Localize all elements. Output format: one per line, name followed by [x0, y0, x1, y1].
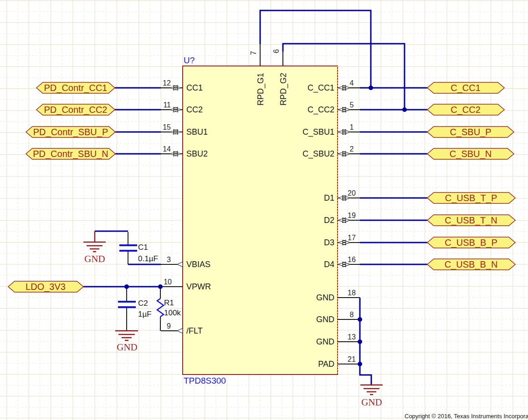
pin-number-label: 15: [163, 123, 171, 131]
port-label: C_USB_B_N: [445, 259, 498, 270]
port-flag-pd-contr-cc1: PD_Contr_CC1: [36, 82, 115, 93]
pin-number-label: 20: [348, 189, 356, 197]
port-label: PD_Contr_CC2: [44, 105, 108, 115]
port-flag-c-usb-t-p: C_USB_T_P: [427, 192, 515, 203]
pin-number-label: 2: [350, 145, 354, 153]
port-flag-c-cc1: C_CC1: [427, 82, 504, 93]
port-label: C_CC1: [451, 83, 481, 93]
junction-dot: [124, 284, 129, 289]
pin-name-label: SBU2: [186, 149, 208, 158]
port-flag-c-sbu-p: C_SBU_P: [427, 127, 514, 137]
pin-number-label: 21: [348, 355, 356, 363]
junction-dot: [358, 362, 362, 366]
ground-label: GND: [361, 397, 382, 408]
pin-name-label: /FLT: [186, 326, 203, 335]
pin-name-label: CC2: [186, 105, 203, 114]
component-designator: C2: [138, 299, 148, 308]
junction-dot: [358, 339, 362, 344]
schematic-canvas: U? TPD8S300 CC1 12 CC2 11 SBU1 15 SBU2 1…: [0, 0, 528, 420]
pin-name-label: GND: [316, 337, 334, 346]
pin-number-label: 19: [348, 212, 356, 219]
pin-name-label: VPWR: [186, 282, 211, 291]
copyright-notice: Copyright © 2016, Texas Instruments Inco…: [405, 413, 528, 420]
port-flag-c-usb-t-n: C_USB_T_N: [427, 215, 515, 226]
pin-number-label: 12: [163, 79, 171, 87]
pin-number-label: 7: [250, 51, 257, 55]
port-flag-c-usb-b-p: C_USB_B_P: [427, 237, 515, 248]
port-flag-c-cc2: C_CC2: [427, 104, 504, 115]
port-flag-c-usb-b-n: C_USB_B_N: [427, 259, 515, 270]
pin-name-label: C_SBU1: [302, 127, 334, 137]
pin-number-label: 4: [350, 79, 354, 87]
pin-name-label: GND: [316, 315, 334, 324]
pin-name-label: C_SBU2: [302, 149, 334, 159]
pin-number-label: 9: [167, 322, 171, 330]
pin-name-label: RPD_G2: [279, 73, 288, 106]
component-value: 0.1µF: [138, 254, 158, 263]
pin-number-label: 11: [163, 101, 171, 109]
port-label: C_USB_T_P: [445, 193, 497, 203]
pin-number-label: 14: [163, 145, 171, 153]
pin-number-label: 17: [348, 234, 356, 242]
pin-name-label: D4: [324, 260, 334, 269]
ic-part-number: TPD8S300: [184, 376, 226, 385]
port-flag-pd-contr-sbu-p: PD_Contr_SBU_P: [26, 127, 115, 137]
port-label: C_SBU_P: [450, 127, 491, 137]
pin-number-label: 1: [350, 123, 354, 131]
pin-name-label: D2: [324, 216, 334, 225]
port-label: C_USB_B_P: [445, 238, 497, 248]
port-label: PD_Contr_CC1: [44, 83, 108, 93]
pin-number-label: 18: [348, 289, 356, 297]
pin-name-label: CC1: [186, 83, 203, 92]
pin-name-label: SBU1: [186, 127, 208, 137]
ic-designator: U?: [184, 56, 195, 65]
port-flag-pd-contr-sbu-n: PD_Contr_SBU_N: [26, 148, 115, 159]
pin-name-label: PAD: [318, 359, 334, 369]
port-label: LDO_3V3: [26, 282, 66, 292]
pin-name-label: D3: [324, 238, 334, 247]
pin-number-label: 5: [350, 101, 354, 109]
junction-dot: [369, 86, 373, 90]
pin-name-label: C_CC2: [308, 105, 334, 115]
pin-number-label: 16: [348, 256, 356, 263]
port-flag-ldo-3v3: LDO_3V3: [8, 281, 83, 292]
port-label: C_CC2: [451, 105, 481, 115]
port-flag-c-sbu-n: C_SBU_N: [427, 148, 514, 159]
ground-label: GND: [117, 342, 138, 353]
component-value: 1µF: [138, 310, 152, 319]
pin-number-label: 13: [348, 333, 356, 341]
junction-dot: [402, 107, 407, 112]
port-label: C_SBU_N: [450, 149, 492, 159]
pin-name-label: GND: [316, 293, 334, 302]
component-value: 100k: [164, 309, 181, 317]
junction-dot: [358, 317, 362, 322]
pin-number-label: 8: [350, 311, 354, 319]
junction-dot: [158, 284, 163, 289]
component-designator: R1: [164, 299, 174, 307]
pin-name-label: D1: [324, 193, 334, 202]
port-label: PD_Contr_SBU_P: [33, 127, 108, 137]
port-label: PD_Contr_SBU_N: [33, 149, 108, 159]
gnd-symbol-c2: GND: [115, 331, 138, 353]
port-label: C_USB_T_N: [445, 215, 497, 226]
pin-number-label: 3: [167, 256, 171, 263]
ground-label: GND: [84, 253, 105, 264]
pin-name-label: VBIAS: [186, 260, 210, 269]
pin-number-label: 10: [164, 278, 172, 286]
pin-name-label: RPD_G1: [256, 73, 266, 106]
port-flag-pd-contr-cc2: PD_Contr_CC2: [36, 104, 115, 115]
pin-number-label: 6: [272, 49, 280, 53]
component-designator: C1: [138, 243, 148, 252]
pin-name-label: C_CC1: [308, 83, 334, 93]
